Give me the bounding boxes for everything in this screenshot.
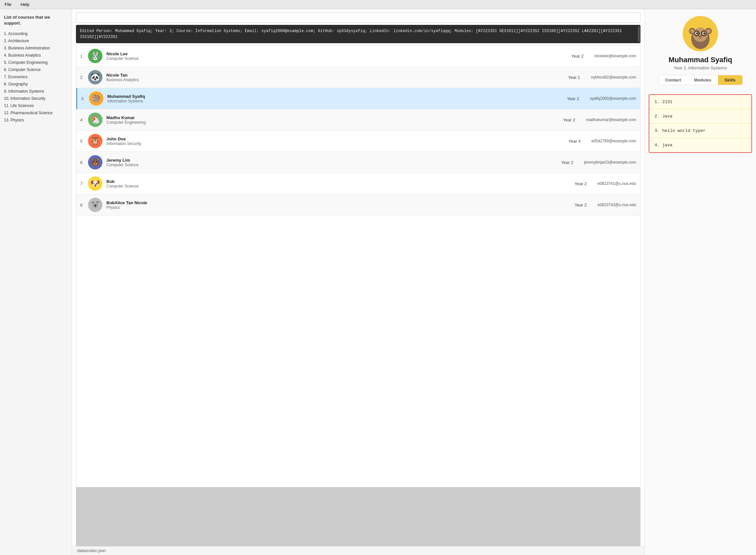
search-bar-wrap [72, 9, 644, 25]
person-name: Bob [107, 179, 575, 184]
person-email: syafiq2000@example.com [590, 96, 636, 101]
tab-skills[interactable]: Skills [718, 75, 742, 85]
person-course: Computer Science [107, 184, 575, 188]
person-row[interactable]: 8🐨BobAlice Tan NicolePhysicsYear 2e08237… [76, 195, 640, 216]
person-info: BobAlice Tan NicolePhysics [107, 200, 575, 210]
person-email: nicoleee@example.com [594, 54, 636, 58]
sidebar-course-item[interactable]: 9. Information Systems [4, 88, 68, 95]
person-course: Information Systems [107, 99, 567, 103]
person-email: nykhoul02@example.com [591, 75, 636, 80]
person-course: Computer Engineering [107, 120, 563, 125]
person-year: Year 2 [567, 96, 590, 101]
person-row[interactable]: 2🐼Nicole TanBusiness AnalyticsYear 1nykh… [76, 67, 640, 88]
skill-item: 4. java [649, 138, 751, 152]
row-num: 8 [80, 203, 88, 208]
skill-item: 1. 2131 [649, 95, 751, 109]
avatar: 🐻 [88, 155, 102, 170]
sidebar-course-item[interactable]: 4. Business Analytics [4, 52, 68, 59]
sidebar-course-item[interactable]: 13. Physics [4, 117, 68, 124]
avatar: 🐔 [88, 113, 102, 127]
person-course: Computer Science [107, 56, 572, 61]
person-email: e0542769@example.com [591, 139, 636, 143]
tab-modules[interactable]: Modules [687, 75, 718, 85]
sidebar-course-item[interactable]: 10. Information Security [4, 95, 68, 102]
menu-file[interactable]: File [3, 1, 13, 7]
person-info: Nicole TanBusiness Analytics [107, 73, 568, 82]
person-year: Year 1 [568, 75, 591, 80]
row-num: 6 [80, 160, 88, 165]
profile-section: Muhammad Syafiq Year 2, Information Syst… [645, 9, 756, 90]
person-year: Year 4 [569, 139, 591, 144]
main-layout: List of courses that we support. 1. Acco… [0, 9, 756, 555]
person-info: Jeremy LimComputer Science [107, 158, 561, 167]
person-row[interactable]: 5🦉John DoeInformation SecurityYear 4e054… [76, 131, 640, 152]
sidebar-course-item[interactable]: 1. Accounting [4, 30, 68, 37]
person-name: John Doe [107, 136, 569, 141]
person-row[interactable]: 4🐔Madhu KumarComputer EngineeringYear 2m… [76, 109, 640, 131]
tab-bar: ContactModulesSkills [658, 75, 742, 85]
person-year: Year 2 [563, 118, 586, 122]
person-name: BobAlice Tan Nicole [107, 200, 575, 205]
person-name: Jeremy Lim [107, 158, 561, 163]
sidebar-course-item[interactable]: 12. Pharmaceutical Science [4, 109, 68, 117]
svg-point-8 [703, 32, 705, 34]
person-name: Muhammad Syafiq [107, 94, 567, 99]
profile-sub: Year 2, Information Systems [674, 66, 727, 70]
person-row[interactable]: 7🐶BobComputer ScienceYear 2e0823741@u.nu… [76, 173, 640, 195]
sidebar-course-item[interactable]: 5. Computer Engineering [4, 59, 68, 66]
center-panel: Edited Person: Muhammad Syafiq; Year: 2;… [72, 9, 645, 555]
skill-item: 3. hello world typer [649, 124, 751, 138]
row-num: 4 [80, 118, 88, 122]
menu-help[interactable]: Help [19, 1, 32, 7]
person-row[interactable]: 6🐻Jeremy LimComputer ScienceYear 2jeremy… [76, 152, 640, 173]
sidebar-course-item[interactable]: 11. Life Sciences [4, 102, 68, 109]
profile-name: Muhammad Syafiq [669, 56, 732, 64]
svg-point-9 [699, 35, 702, 38]
person-name: Nicole Tan [107, 73, 568, 78]
sidebar-course-item[interactable]: 6. Computer Science [4, 66, 68, 73]
menubar: File Help [0, 0, 756, 9]
list-footer-space [76, 487, 640, 546]
tab-contact[interactable]: Contact [659, 75, 687, 85]
course-list: 1. Accounting2. Architecture3. Business … [4, 30, 68, 124]
person-email: madhukumar@example.com [586, 118, 636, 122]
person-year: Year 2 [572, 54, 594, 58]
avatar: 🐰 [88, 49, 102, 63]
avatar: 🦉 [88, 134, 102, 148]
person-info: Nicole LeeComputer Science [107, 51, 572, 61]
sidebar-course-item[interactable]: 8. Geography [4, 81, 68, 88]
person-email: e0823742@u.nus.edu [598, 203, 636, 207]
row-num: 3 [81, 96, 89, 101]
scrollbar[interactable] [638, 26, 640, 42]
person-course: Computer Science [107, 163, 561, 167]
person-course: Physics [107, 205, 575, 210]
avatar: 🐶 [88, 176, 102, 191]
bottom-path: ./data/codoc.json [72, 546, 644, 555]
command-output: Edited Person: Muhammad Syafiq; Year: 2;… [76, 25, 640, 43]
svg-point-7 [696, 32, 698, 34]
avatar: 🐼 [88, 70, 102, 84]
avatar: 🐨 [88, 198, 102, 212]
search-input[interactable] [76, 12, 640, 23]
person-name: Nicole Lee [107, 51, 572, 56]
person-row[interactable]: 3🦥Muhammad SyafiqInformation SystemsYear… [76, 88, 640, 109]
row-num: 5 [80, 139, 88, 144]
person-row[interactable]: 1🐰Nicole LeeComputer ScienceYear 2nicole… [76, 45, 640, 67]
right-panel: Muhammad Syafiq Year 2, Information Syst… [645, 9, 756, 555]
sidebar-course-item[interactable]: 2. Architecture [4, 37, 68, 44]
person-name: Madhu Kumar [107, 115, 563, 120]
avatar: 🦥 [89, 91, 103, 106]
sidebar-course-item[interactable]: 3. Business Administration [4, 44, 68, 52]
profile-avatar [682, 16, 718, 52]
skill-item: 2. Java [649, 109, 751, 124]
sidebar-course-item[interactable]: 7. Economics [4, 73, 68, 81]
person-year: Year 2 [575, 181, 598, 186]
svg-point-12 [690, 29, 694, 33]
person-info: BobComputer Science [107, 179, 575, 188]
person-year: Year 2 [561, 160, 584, 165]
row-num: 1 [80, 54, 88, 58]
person-info: John DoeInformation Security [107, 136, 569, 146]
row-num: 7 [80, 181, 88, 186]
person-year: Year 2 [575, 203, 598, 208]
sidebar: List of courses that we support. 1. Acco… [0, 9, 72, 555]
